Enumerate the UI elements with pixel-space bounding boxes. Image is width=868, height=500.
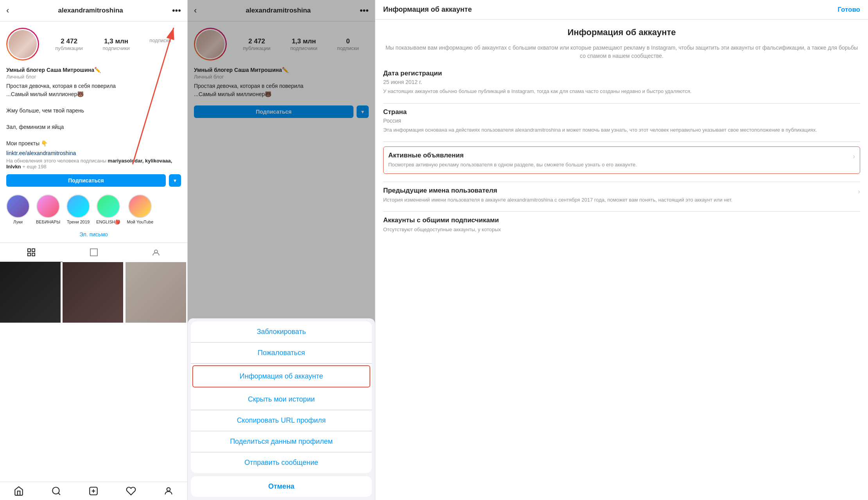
svg-point-6 <box>52 487 59 494</box>
right-panel: Информация об аккаунте Готово Информация… <box>375 0 868 500</box>
profile-display-name: Умный блогер Саша Митрошина✏️ <box>6 67 181 73</box>
svg-rect-4 <box>90 249 97 256</box>
action-hide-stories[interactable]: Скрыть мои истории <box>191 389 372 410</box>
tab-grid[interactable] <box>0 243 63 262</box>
common-followers-note: Отсутствуют общедоступные аккаунты, у ко… <box>383 226 860 234</box>
nav-search[interactable] <box>38 486 75 496</box>
action-report[interactable]: Пожаловаться <box>191 343 372 364</box>
nav-add[interactable] <box>75 486 113 496</box>
profile-link[interactable]: linktr.ee/alexandramitroshina <box>6 150 181 156</box>
highlights-row: Луки ВЕБИНАРЫ Трени 2019 ENGLISH🎒 Мой Yo… <box>0 191 187 228</box>
previous-usernames-section[interactable]: Предыдущие имена пользователя История из… <box>383 187 860 204</box>
posts-label: публикации <box>55 45 83 51</box>
grid-photo-2[interactable] <box>63 262 123 323</box>
highlight-item[interactable]: ВЕБИНАРЫ <box>36 195 60 225</box>
profile-followers-text: На обновления этого человека подписаны m… <box>6 158 181 170</box>
email-link-section: Эл. письмо <box>0 228 187 241</box>
action-sheet: Заблокировать Пожаловаться Информация об… <box>188 318 375 500</box>
highlight-label-4: ENGLISH🎒 <box>96 220 120 225</box>
profile-stats: 2 472 публикации 1,3 млн подписчики подп… <box>0 21 187 65</box>
email-link[interactable]: Эл. письмо <box>79 231 108 238</box>
nav-likes[interactable] <box>112 486 150 496</box>
highlight-item[interactable]: Луки <box>6 195 30 225</box>
action-cancel[interactable]: Отмена <box>191 476 372 497</box>
active-ads-note: Посмотрев активную рекламу пользователя … <box>388 161 637 169</box>
highlight-circle-1 <box>6 195 30 218</box>
more-icon[interactable]: ••• <box>172 5 181 16</box>
highlight-circle-2 <box>36 195 60 218</box>
svg-point-11 <box>167 488 170 491</box>
left-panel: ‹ alexandramitroshina ••• 2 472 публикац… <box>0 0 188 500</box>
grid-photo-1[interactable] <box>0 262 61 323</box>
tab-tagged[interactable] <box>125 243 187 262</box>
action-sheet-group: Заблокировать Пожаловаться Информация об… <box>191 321 372 473</box>
tab-list[interactable] <box>63 243 125 262</box>
previous-usernames-title: Предыдущие имена пользователя <box>383 187 858 195</box>
highlight-item[interactable]: Трени 2019 <box>66 195 90 225</box>
highlight-label-5: Мой YouTube <box>127 220 153 224</box>
following-label: подписки <box>149 38 171 43</box>
country-title: Страна <box>383 108 860 116</box>
stats-numbers: 2 472 публикации 1,3 млн подписчики подп… <box>45 38 181 51</box>
highlight-label-2: ВЕБИНАРЫ <box>36 220 60 224</box>
registration-date-section: Дата регистрации 25 июня 2012 г. У насто… <box>383 70 860 95</box>
chevron-right-icon: › <box>853 152 855 161</box>
highlight-item[interactable]: Мой YouTube <box>127 195 153 225</box>
common-followers-title: Аккаунты с общими подписчиками <box>383 216 860 224</box>
photo-grid <box>0 262 187 482</box>
username-title: alexandramitroshina <box>58 7 123 14</box>
action-block[interactable]: Заблокировать <box>191 321 372 343</box>
svg-line-7 <box>58 493 60 495</box>
highlight-circle-5 <box>128 195 152 218</box>
account-info-content: Информация об аккаунте Мы показываем вам… <box>375 20 868 249</box>
nav-profile[interactable] <box>150 486 187 496</box>
country-section: Страна Россия Эта информация основана на… <box>383 108 860 134</box>
bottom-navigation <box>0 482 187 500</box>
profile-bio: Простая девочка, которая в себя поверила… <box>6 82 181 148</box>
common-followers-section: Аккаунты с общими подписчиками Отсутству… <box>383 216 860 234</box>
highlight-circle-3 <box>66 195 90 218</box>
action-share-profile[interactable]: Поделиться данным профилем <box>191 431 372 452</box>
active-ads-section[interactable]: Активные объявления Посмотрев активную р… <box>383 146 860 174</box>
registration-date-title: Дата регистрации <box>383 70 860 77</box>
action-buttons: Подписаться ▾ <box>0 174 187 191</box>
avatar <box>6 28 39 61</box>
chevron-right-icon-2: › <box>858 188 860 196</box>
active-ads-row: Активные объявления Посмотрев активную р… <box>388 152 855 169</box>
previous-usernames-row: Предыдущие имена пользователя История из… <box>383 187 860 204</box>
action-copy-url[interactable]: Скопировать URL профиля <box>191 410 372 431</box>
highlight-item[interactable]: ENGLISH🎒 <box>96 195 120 225</box>
posts-stat: 2 472 публикации <box>55 38 83 51</box>
account-info-main-title: Информация об аккаунте <box>383 27 860 38</box>
followers-stat[interactable]: 1,3 млн подписчики <box>103 38 130 51</box>
posts-count: 2 472 <box>61 38 77 45</box>
svg-rect-2 <box>28 253 30 256</box>
action-account-info[interactable]: Информация об аккаунте <box>193 366 369 387</box>
previous-usernames-note: История изменений имени пользователя в а… <box>383 196 858 204</box>
middle-panel: ‹ alexandramitroshina ••• 2 472 публикац… <box>188 0 375 500</box>
following-stat[interactable]: подписки <box>149 38 171 51</box>
done-button[interactable]: Готово <box>838 6 860 14</box>
follow-button[interactable]: Подписаться <box>6 174 166 187</box>
svg-rect-1 <box>32 249 35 252</box>
right-header: Информация об аккаунте Готово <box>375 0 868 20</box>
highlight-label-1: Луки <box>13 220 23 224</box>
active-ads-title: Активные объявления <box>388 152 637 159</box>
highlight-label-3: Трени 2019 <box>67 220 90 224</box>
action-sheet-overlay: Заблокировать Пожаловаться Информация об… <box>188 0 375 500</box>
country-note: Эта информация основана на действиях пол… <box>383 126 860 134</box>
dropdown-button[interactable]: ▾ <box>169 174 181 187</box>
action-send-message[interactable]: Отправить сообщение <box>191 452 372 473</box>
right-header-title: Информация об аккаунте <box>383 5 472 14</box>
country-value: Россия <box>383 118 860 124</box>
account-info-description: Мы показываем вам информацию об аккаунта… <box>383 44 860 60</box>
grid-photo-3[interactable] <box>126 262 186 323</box>
tab-bar <box>0 243 187 262</box>
profile-info: Умный блогер Саша Митрошина✏️ Личный бло… <box>0 65 187 174</box>
nav-home[interactable] <box>0 486 38 496</box>
registration-date-note: У настоящих аккаунтов обычно больше публ… <box>383 88 860 95</box>
back-icon[interactable]: ‹ <box>6 5 9 16</box>
svg-rect-3 <box>32 253 35 256</box>
registration-date-value: 25 июня 2012 г. <box>383 79 860 85</box>
left-header: ‹ alexandramitroshina ••• <box>0 0 187 21</box>
